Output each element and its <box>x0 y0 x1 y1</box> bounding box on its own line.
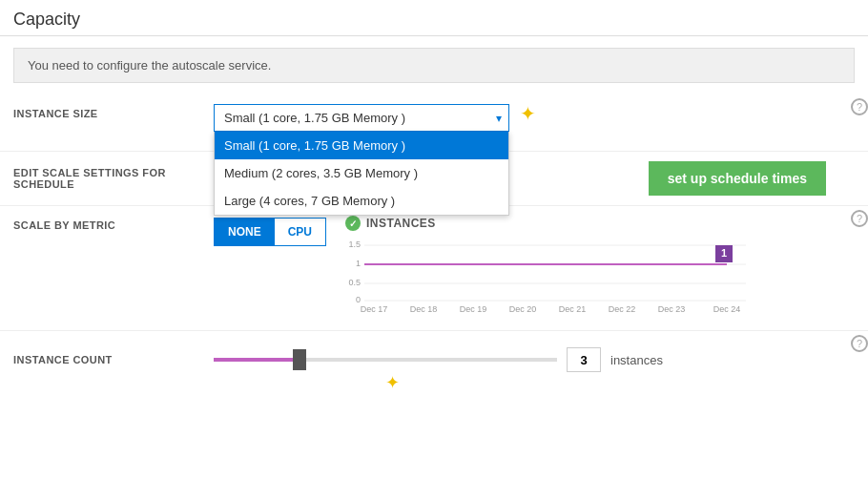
instance-count-input[interactable] <box>567 347 601 372</box>
slider-container: ✦ <box>214 345 557 374</box>
toggle-cpu-button[interactable]: CPU <box>275 219 325 245</box>
instance-count-help-icon[interactable]: ? <box>851 335 868 352</box>
page-title: Capacity <box>0 0 868 36</box>
instance-count-unit: instances <box>610 353 663 367</box>
slider-fill <box>214 358 300 362</box>
svg-text:Dec 21: Dec 21 <box>559 304 587 314</box>
instances-chart: 1.5 1 0.5 0 Dec 17 Dec 18 <box>345 235 755 321</box>
svg-text:Dec 22: Dec 22 <box>609 304 636 314</box>
page-container: Capacity You need to configure the autos… <box>0 0 868 479</box>
svg-text:1.5: 1.5 <box>349 240 362 249</box>
slider-track <box>214 358 557 362</box>
dropdown-option-medium[interactable]: Medium (2 cores, 3.5 GB Memory ) <box>215 159 508 187</box>
svg-text:0: 0 <box>356 295 361 304</box>
metric-toggle-group: NONE CPU <box>214 218 326 246</box>
instance-count-label: INSTANCE COUNT <box>13 354 214 365</box>
instance-size-help-icon[interactable]: ? <box>851 98 868 115</box>
svg-text:1: 1 <box>356 259 361 268</box>
dropdown-option-large[interactable]: Large (4 cores, 7 GB Memory ) <box>215 187 508 215</box>
instance-size-dropdown[interactable]: Small (1 core, 1.75 GB Memory ) ▾ ✦ Smal… <box>214 104 509 132</box>
schedule-label: EDIT SCALE SETTINGS FOR SCHEDULE <box>13 167 214 190</box>
dropdown-option-small[interactable]: Small (1 core, 1.75 GB Memory ) <box>215 132 508 159</box>
scale-metric-content: NONE CPU ✓ INSTANCES 1.5 1 0.5 0 <box>214 216 855 321</box>
scale-metric-label: SCALE BY METRIC <box>13 216 214 231</box>
alert-banner: You need to configure the autoscale serv… <box>13 48 855 83</box>
instance-count-row: INSTANCE COUNT ✦ instances ? <box>0 331 868 388</box>
instance-size-content: Small (1 core, 1.75 GB Memory ) ▾ ✦ Smal… <box>214 104 855 132</box>
slider-thumb[interactable] <box>293 349 306 370</box>
scale-metric-help-icon[interactable]: ? <box>851 210 868 227</box>
svg-text:1: 1 <box>721 247 727 259</box>
toggle-none-button[interactable]: NONE <box>215 219 275 245</box>
svg-text:Dec 24: Dec 24 <box>713 304 741 314</box>
svg-text:Dec 19: Dec 19 <box>460 304 487 314</box>
dropdown-menu: Small (1 core, 1.75 GB Memory ) Medium (… <box>214 132 509 216</box>
schedule-button[interactable]: set up schedule times <box>649 161 826 196</box>
svg-text:Dec 18: Dec 18 <box>410 304 438 314</box>
svg-text:Dec 20: Dec 20 <box>509 304 537 314</box>
chart-area: 1.5 1 0.5 0 Dec 17 Dec 18 <box>345 235 755 321</box>
slider-cursor-icon: ✦ <box>385 372 400 393</box>
alert-message: You need to configure the autoscale serv… <box>28 58 271 73</box>
svg-text:Dec 17: Dec 17 <box>361 304 388 314</box>
dropdown-selected[interactable]: Small (1 core, 1.75 GB Memory ) ▾ ✦ <box>214 104 509 132</box>
instances-label: INSTANCES <box>366 217 436 230</box>
svg-text:0.5: 0.5 <box>349 278 362 287</box>
chart-container: ✓ INSTANCES 1.5 1 0.5 0 <box>345 216 855 321</box>
dropdown-selected-text: Small (1 core, 1.75 GB Memory ) <box>224 111 405 125</box>
scale-metric-row: SCALE BY METRIC NONE CPU ✓ INSTANCES 1.5 <box>0 206 868 331</box>
svg-text:Dec 23: Dec 23 <box>658 304 686 314</box>
spark-icon: ✦ <box>520 102 536 125</box>
instance-size-row: INSTANCE SIZE Small (1 core, 1.75 GB Mem… <box>0 94 868 152</box>
instance-count-content: ✦ instances <box>214 345 855 374</box>
instance-size-label: INSTANCE SIZE <box>13 104 214 119</box>
check-circle-icon: ✓ <box>345 216 361 231</box>
dropdown-arrow-icon: ▾ <box>496 112 502 125</box>
instances-header: ✓ INSTANCES <box>345 216 855 231</box>
